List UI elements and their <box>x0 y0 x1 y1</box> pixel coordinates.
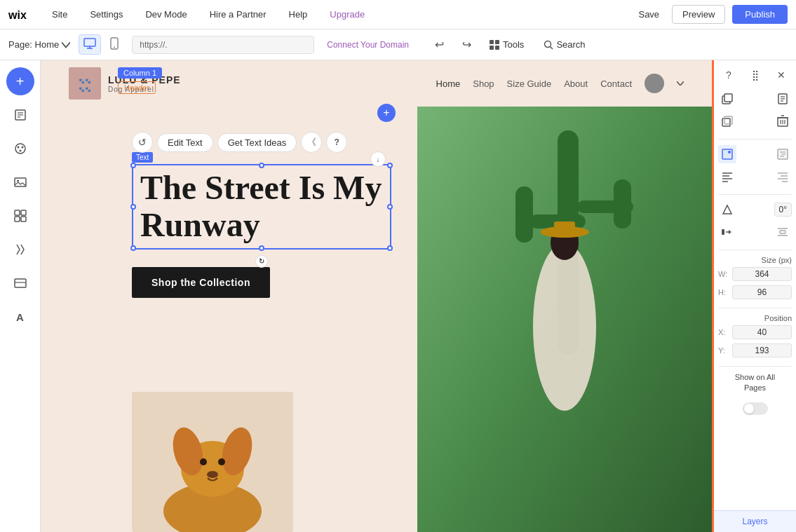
site-nav-about[interactable]: About <box>564 79 588 89</box>
apps-button[interactable] <box>6 236 34 264</box>
column-indicator: Column 1 <box>118 67 162 79</box>
site-nav-contact[interactable]: Contact <box>600 79 632 89</box>
animation-icon <box>721 226 734 238</box>
text-help-icon[interactable]: ? <box>326 132 347 153</box>
page-selector[interactable]: Page: Home <box>8 39 70 50</box>
pages-button[interactable] <box>6 101 34 129</box>
site-nav-shop[interactable]: Shop <box>473 79 494 89</box>
undo-button[interactable]: ↩ <box>431 36 447 53</box>
resize-handle-ml[interactable] <box>130 204 136 210</box>
header-indicator: Header <box>118 81 156 94</box>
align-left-button[interactable] <box>718 168 736 186</box>
get-text-ideas-button[interactable]: Get Text Ideas <box>217 133 297 152</box>
show-all-pages-toggle[interactable] <box>718 402 792 415</box>
svg-rect-20 <box>15 178 26 186</box>
width-label: W: <box>718 270 729 278</box>
svg-point-10 <box>545 41 551 47</box>
align-right-button[interactable] <box>774 168 792 186</box>
text-element-wrapper: Text ↓ The Street Is My Runway ↻ <box>132 150 391 250</box>
resize-handle-mr[interactable] <box>387 204 393 210</box>
svg-rect-51 <box>724 94 732 102</box>
svg-rect-25 <box>21 217 26 221</box>
panel-help-button[interactable]: ? <box>720 66 738 84</box>
nav-site[interactable]: Site <box>48 6 72 22</box>
svg-rect-56 <box>722 118 730 126</box>
user-avatar[interactable] <box>645 74 664 93</box>
layers-button[interactable]: Layers <box>714 510 796 532</box>
svg-text:wix: wix <box>8 9 27 21</box>
toggle-switch[interactable] <box>743 402 768 415</box>
tools-button[interactable]: Tools <box>483 36 529 53</box>
mobile-device-button[interactable] <box>105 34 123 55</box>
headline-text[interactable]: The Street Is My Runway <box>140 170 383 244</box>
align-right-icon <box>776 170 789 183</box>
url-bar[interactable]: https://. <box>132 36 314 54</box>
nav-dev-mode[interactable]: Dev Mode <box>141 6 191 22</box>
nav-hire-partner[interactable]: Hire a Partner <box>205 6 271 22</box>
text-apps-button[interactable]: A <box>6 303 34 331</box>
svg-point-65 <box>728 151 731 154</box>
connect-domain-link[interactable]: Connect Your Domain <box>327 40 409 50</box>
x-value[interactable]: 40 <box>732 325 792 339</box>
site-nav-size-guide[interactable]: Size Guide <box>507 79 552 89</box>
divider-2 <box>718 194 792 195</box>
distribute-button[interactable] <box>774 223 792 241</box>
resize-handle-tm[interactable] <box>259 163 264 168</box>
rotate-back-icon[interactable]: ↺ <box>132 132 153 153</box>
height-value[interactable]: 96 <box>732 285 792 299</box>
add-section-button[interactable] <box>6 202 34 230</box>
animation-button[interactable] <box>718 223 736 241</box>
position-label: Position <box>718 314 792 322</box>
angle-button[interactable] <box>718 200 736 219</box>
resize-handle-bl[interactable] <box>130 245 136 251</box>
preview-button[interactable]: Preview <box>672 5 725 24</box>
text-style-icon[interactable]: 《 <box>301 132 322 153</box>
text-element[interactable]: ↓ The Street Is My Runway <box>132 164 391 250</box>
svg-rect-32 <box>515 186 533 243</box>
design-button[interactable] <box>6 135 34 163</box>
save-button[interactable]: Save <box>633 6 665 22</box>
edit-text-button[interactable]: Edit Text <box>157 133 213 152</box>
pages-icon <box>13 108 27 122</box>
add-plus-button[interactable]: + <box>377 104 396 122</box>
site-nav-home[interactable]: Home <box>436 79 461 89</box>
nav-upgrade[interactable]: Upgrade <box>325 6 369 22</box>
page-label: Page: Home <box>8 39 59 50</box>
media-button[interactable] <box>6 168 34 196</box>
filter-button[interactable] <box>774 145 792 163</box>
rotate-handle[interactable]: ↻ <box>255 255 268 268</box>
cta-button[interactable]: Shop the Collection <box>132 267 270 298</box>
filter-icon <box>776 148 789 161</box>
nav-help[interactable]: Help <box>285 6 312 22</box>
svg-rect-7 <box>495 40 499 44</box>
publish-button[interactable]: Publish <box>732 5 788 24</box>
delete-button[interactable] <box>774 112 792 130</box>
svg-point-47 <box>200 458 207 465</box>
download-handle[interactable]: ↓ <box>370 151 386 167</box>
copy-style-button[interactable] <box>718 90 736 108</box>
resize-handle-bm[interactable] <box>259 245 264 251</box>
redo-button[interactable]: ↪ <box>459 36 475 53</box>
width-value[interactable]: 364 <box>732 267 792 281</box>
duplicate-button[interactable] <box>718 112 736 130</box>
paste-style-button[interactable] <box>774 90 792 108</box>
svg-rect-8 <box>490 46 494 50</box>
panel-drag-button[interactable]: ⣿ <box>746 66 764 84</box>
crop-button[interactable] <box>718 145 736 163</box>
paste-style-icon <box>776 93 789 105</box>
svg-rect-57 <box>724 116 732 124</box>
panel-close-button[interactable]: ✕ <box>772 66 790 84</box>
y-value[interactable]: 193 <box>732 343 792 357</box>
desktop-icon <box>83 38 96 49</box>
canvas-area: 🐾🐾🐾🐾 LULU & PEPE Dog Apparel Home Shop S… <box>41 60 712 532</box>
crop-icon <box>721 148 734 161</box>
add-element-button[interactable]: + <box>6 67 34 95</box>
resize-handle-tr[interactable] <box>387 163 393 168</box>
panel-header: ? ⣿ ✕ <box>718 66 792 84</box>
search-button[interactable]: Search <box>538 36 591 53</box>
desktop-device-button[interactable] <box>79 34 101 55</box>
wix-media-button[interactable] <box>6 269 34 297</box>
nav-settings[interactable]: Settings <box>86 6 127 22</box>
resize-handle-br[interactable] <box>387 245 393 251</box>
resize-handle-tl[interactable] <box>130 163 136 168</box>
